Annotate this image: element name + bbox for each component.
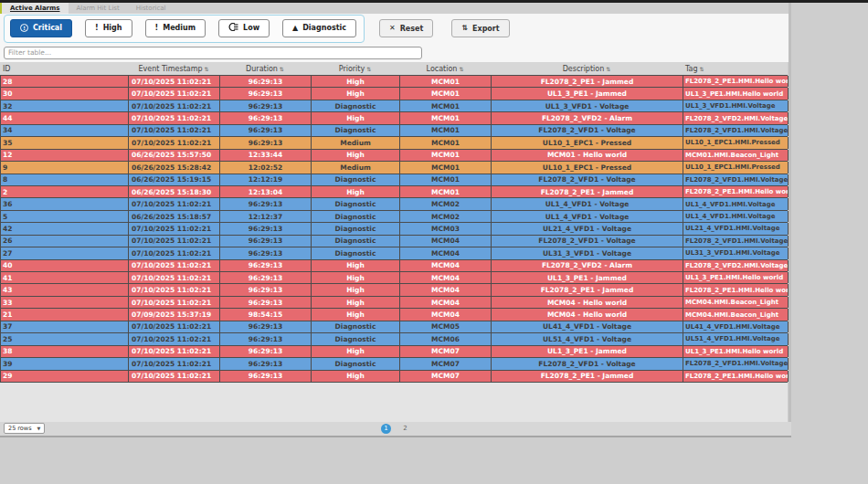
cell-timestamp: 07/10/2025 11:02:21 xyxy=(129,236,220,247)
cell-tag: UL1_3_PE1.HMI.Hello world xyxy=(683,272,789,283)
tab-active-alarms[interactable]: Active Alarms xyxy=(2,3,69,14)
table-row[interactable]: 3707/10/2025 11:02:2196:29:13DiagnosticM… xyxy=(0,321,788,333)
page-button-1[interactable]: 1 xyxy=(381,424,391,434)
cell-duration: 96:29:13 xyxy=(220,297,312,308)
export-button[interactable]: ⇅ Export xyxy=(451,19,509,37)
table-row[interactable]: 2807/10/2025 11:02:2196:29:13HighMCM01FL… xyxy=(0,76,788,88)
cell-location: MCM01 xyxy=(400,112,492,123)
chevron-down-icon: ▼ xyxy=(37,426,41,431)
table-row[interactable]: 906/26/2025 15:28:4212:02:52MediumMCM01U… xyxy=(0,162,788,174)
column-header-label: Duration xyxy=(246,65,278,73)
cell-id: 40 xyxy=(1,260,129,271)
cell-timestamp: 07/10/2025 11:02:21 xyxy=(129,100,220,111)
cell-tag: UL10_1_EPC1.HMI.Pressed xyxy=(683,137,789,148)
cell-tag: FL2078_2_VFD1.HMI.Voltage xyxy=(683,174,789,185)
cell-duration: 96:29:13 xyxy=(220,88,312,99)
table-row[interactable]: 506/26/2025 15:18:5712:12:37DiagnosticMC… xyxy=(0,211,788,223)
filter-button-high[interactable]: !High xyxy=(85,19,132,37)
column-header-duration[interactable]: Duration⇅ xyxy=(219,65,311,73)
reset-button[interactable]: ✕ Reset xyxy=(379,19,433,37)
column-header-description[interactable]: Description⇅ xyxy=(491,65,683,73)
cell-priority: Diagnostic xyxy=(312,358,400,369)
sort-arrows-icon: ⇅ xyxy=(700,66,704,72)
filter-button-label: High xyxy=(103,24,122,32)
cell-description: UL21_4_VFD1 - Voltage xyxy=(492,223,683,234)
cell-location: MCM04 xyxy=(400,260,492,271)
cell-description: FL2078_2_PE1 - Jammed xyxy=(492,76,683,87)
table-row[interactable]: 3307/10/2025 11:02:2196:29:13HighMCM04MC… xyxy=(0,297,788,309)
table-row[interactable]: 2707/10/2025 11:02:2196:29:13DiagnosticM… xyxy=(0,247,788,259)
filter-button-critical[interactable]: !Critical xyxy=(10,19,72,37)
circle-exclamation-icon: ! xyxy=(20,24,28,32)
column-header-priority[interactable]: Priority⇅ xyxy=(311,65,399,73)
priority-filter-group: !Critical!High!MediumLow▲Diagnostic xyxy=(4,15,365,43)
table-row[interactable]: 4407/10/2025 11:02:2196:29:13HighMCM01FL… xyxy=(0,112,788,124)
table-row[interactable]: 4007/10/2025 11:02:2196:29:13HighMCM04FL… xyxy=(0,260,788,272)
cell-location: MCM04 xyxy=(400,272,492,283)
table-row[interactable]: 3807/10/2025 11:02:2196:29:13HighMCM07UL… xyxy=(0,346,788,358)
cell-tag: FL2078_2_PE1.HMI.Hello world xyxy=(683,371,789,382)
table-row[interactable]: 806/26/2025 15:19:1512:12:19DiagnosticMC… xyxy=(0,174,788,186)
cell-tag: UL51_4_VFD1.HMI.Voltage xyxy=(683,333,789,344)
cell-duration: 96:29:13 xyxy=(220,236,312,247)
cell-priority: Diagnostic xyxy=(312,174,400,185)
cell-timestamp: 07/10/2025 11:02:21 xyxy=(129,272,220,283)
column-header-event-timestamp[interactable]: Event Timestamp⇅ xyxy=(128,65,219,73)
cell-duration: 96:29:13 xyxy=(220,125,312,136)
table-row[interactable]: 206/26/2025 15:18:3012:13:04HighMCM01FL2… xyxy=(0,186,788,198)
reset-button-label: Reset xyxy=(400,25,424,33)
cell-location: MCM01 xyxy=(400,150,492,161)
table-row[interactable]: 3407/10/2025 11:02:2196:29:13DiagnosticM… xyxy=(0,125,788,137)
table-row[interactable]: 2107/09/2025 15:37:1998:54:15HighMCM04MC… xyxy=(0,309,788,321)
filter-button-medium[interactable]: !Medium xyxy=(145,19,206,37)
table-row[interactable]: 3007/10/2025 11:02:2196:29:13HighMCM01UL… xyxy=(0,88,788,100)
table-row[interactable]: 3907/10/2025 11:02:2196:29:13DiagnosticM… xyxy=(0,358,788,370)
table-row[interactable]: 2907/10/2025 11:02:2196:29:13HighMCM07FL… xyxy=(0,371,788,383)
cell-timestamp: 07/10/2025 11:02:21 xyxy=(129,297,220,308)
warning-triangle-icon: ▲ xyxy=(292,25,298,32)
cell-description: FL2078_2_VFD1 - Voltage xyxy=(492,358,683,369)
table-row[interactable]: 3507/10/2025 11:02:2196:29:13MediumMCM01… xyxy=(0,137,788,149)
page-button-2[interactable]: 2 xyxy=(400,424,410,434)
cell-location: MCM04 xyxy=(400,297,492,308)
filter-button-low[interactable]: Low xyxy=(218,19,270,37)
cell-priority: High xyxy=(312,150,400,161)
filter-button-diagnostic[interactable]: ▲Diagnostic xyxy=(282,19,356,37)
cell-priority: Diagnostic xyxy=(312,100,400,111)
cell-timestamp: 07/10/2025 11:02:21 xyxy=(129,346,220,357)
cell-tag: MCM04.HMI.Beacon_Light xyxy=(683,297,789,308)
column-header-id: ID xyxy=(0,65,128,73)
tab-historical[interactable]: Historical xyxy=(128,3,175,14)
filter-table-input[interactable] xyxy=(4,47,422,59)
cell-duration: 12:33:44 xyxy=(220,150,312,161)
cell-description: FL2078_2_PE1 - Jammed xyxy=(492,371,683,382)
table-row[interactable]: 2507/10/2025 11:02:2196:29:13DiagnosticM… xyxy=(0,333,788,345)
cell-id: 44 xyxy=(1,112,129,123)
tab-alarm-hit-list[interactable]: Alarm Hit List xyxy=(69,3,128,14)
table-empty-area xyxy=(0,383,788,422)
column-header-location[interactable]: Location⇅ xyxy=(399,65,491,73)
exclamation-icon: ! xyxy=(155,25,159,32)
rows-per-page-select[interactable]: 25 rows ▼ xyxy=(4,423,45,434)
cell-tag: FL2078_2_PE1.HMI.Hello world xyxy=(683,76,789,87)
cell-location: MCM02 xyxy=(400,211,492,222)
cell-location: MCM01 xyxy=(400,100,492,111)
table-row[interactable]: 4207/10/2025 11:02:2196:29:13DiagnosticM… xyxy=(0,223,788,235)
cell-duration: 96:29:13 xyxy=(220,272,312,283)
cell-priority: High xyxy=(312,76,400,87)
cell-description: FL2078_2_VFD2 - Alarm xyxy=(492,112,683,123)
table-row[interactable]: 1206/26/2025 15:57:5012:33:44HighMCM01MC… xyxy=(0,150,788,162)
table-row[interactable]: 4307/10/2025 11:02:2196:29:13HighMCM04FL… xyxy=(0,284,788,296)
table-row[interactable]: 2607/10/2025 11:02:2196:29:13DiagnosticM… xyxy=(0,236,788,247)
table-row[interactable]: 4107/10/2025 11:02:2196:29:13HighMCM04UL… xyxy=(0,272,788,284)
cell-tag: FL2078_2_PE1.HMI.Hello world xyxy=(683,186,789,197)
table-row[interactable]: 3207/10/2025 11:02:2196:29:13DiagnosticM… xyxy=(0,100,788,112)
cell-priority: High xyxy=(312,260,400,271)
column-header-tag[interactable]: Tag⇅ xyxy=(683,65,788,73)
table-row[interactable]: 3607/10/2025 11:02:2196:29:13DiagnosticM… xyxy=(0,198,788,210)
cell-description: FL2078_2_VFD1 - Voltage xyxy=(492,236,683,247)
cell-tag: FL2078_2_VFD2.HMI.Voltage xyxy=(683,260,789,271)
cell-priority: Diagnostic xyxy=(312,236,400,247)
filter-row xyxy=(0,43,789,62)
cell-id: 12 xyxy=(1,150,129,161)
